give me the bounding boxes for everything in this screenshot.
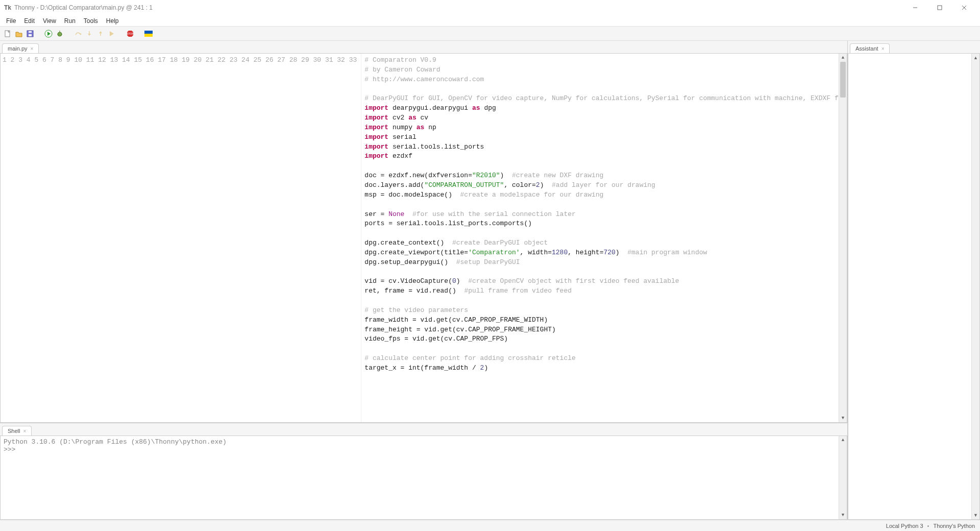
shell-body[interactable]: Python 3.10.6 (D:\Program Files (x86)\Th… — [0, 436, 847, 520]
status-interpreter[interactable]: Local Python 3 — [886, 523, 923, 529]
assistant-tab[interactable]: Assistant × — [850, 43, 890, 53]
code-area[interactable]: # Comparatron V0.9 # by Cameron Coward #… — [361, 54, 839, 422]
shell-tab[interactable]: Shell × — [2, 426, 32, 436]
menu-view[interactable]: View — [39, 16, 60, 26]
scroll-up-icon[interactable]: ▲ — [972, 54, 979, 62]
resume-icon[interactable] — [107, 29, 116, 38]
window-title: Thonny - D:\Optical Comparator\main.py @… — [14, 4, 903, 11]
assistant-scrollbar[interactable]: ▲ ▼ — [971, 54, 979, 519]
assistant-tab-label: Assistant — [855, 45, 878, 52]
close-icon[interactable]: × — [23, 428, 26, 434]
svg-text:STOP: STOP — [127, 32, 134, 35]
status-runtime[interactable]: Thonny's Python — [933, 523, 975, 529]
ukraine-flag-icon[interactable] — [144, 29, 153, 38]
shell-panel: Shell × Python 3.10.6 (D:\Program Files … — [0, 423, 847, 520]
svg-rect-8 — [29, 31, 32, 33]
close-icon[interactable]: × — [881, 46, 885, 52]
step-out-icon[interactable] — [96, 29, 105, 38]
assistant-body: ▲ ▼ — [848, 53, 980, 520]
minimize-button[interactable] — [903, 0, 927, 15]
scroll-up-icon[interactable]: ▲ — [839, 436, 847, 444]
assistant-panel: Assistant × ▲ ▼ — [847, 41, 980, 520]
statusbar: Local Python 3 • Thonny's Python — [0, 520, 980, 531]
scroll-down-icon[interactable]: ▼ — [839, 511, 847, 519]
menu-help[interactable]: Help — [102, 16, 123, 26]
save-icon[interactable] — [26, 29, 35, 38]
editor-tab-main[interactable]: main.py × — [2, 43, 39, 53]
line-number-gutter: 1 2 3 4 5 6 7 8 9 10 11 12 13 14 15 16 1… — [1, 54, 361, 422]
menu-tools[interactable]: Tools — [80, 16, 102, 26]
svg-rect-21 — [144, 31, 153, 34]
titlebar: Tk Thonny - D:\Optical Comparator\main.p… — [0, 0, 980, 15]
shell-tab-bar: Shell × — [0, 423, 847, 436]
scroll-thumb[interactable] — [840, 62, 846, 98]
close-button[interactable] — [952, 0, 976, 15]
svg-point-11 — [58, 32, 62, 36]
left-column: main.py × 1 2 3 4 5 6 7 8 9 10 11 12 13 … — [0, 41, 847, 520]
scroll-down-icon[interactable]: ▼ — [972, 511, 979, 519]
shell-banner: Python 3.10.6 (D:\Program Files (x86)\Th… — [4, 438, 844, 446]
editor-scrollbar[interactable]: ▲ ▼ — [839, 54, 847, 422]
editor-tab-bar: main.py × — [0, 41, 847, 53]
shell-scrollbar[interactable]: ▲ ▼ — [839, 436, 847, 519]
maximize-button[interactable] — [928, 0, 951, 15]
new-file-icon[interactable] — [3, 29, 12, 38]
close-icon[interactable]: × — [31, 46, 34, 52]
scroll-down-icon[interactable]: ▼ — [839, 414, 847, 422]
status-separator: • — [927, 523, 929, 529]
svg-rect-22 — [144, 34, 153, 37]
main-area: main.py × 1 2 3 4 5 6 7 8 9 10 11 12 13 … — [0, 41, 980, 520]
open-file-icon[interactable] — [14, 29, 23, 38]
scroll-up-icon[interactable]: ▲ — [839, 54, 847, 62]
menu-file[interactable]: File — [2, 16, 20, 26]
shell-tab-label: Shell — [8, 428, 20, 434]
editor-panel: main.py × 1 2 3 4 5 6 7 8 9 10 11 12 13 … — [0, 41, 847, 423]
stop-icon[interactable]: STOP — [126, 29, 135, 38]
shell-prompt: >>> — [4, 446, 15, 453]
toolbar: STOP — [0, 27, 980, 41]
editor-body[interactable]: 1 2 3 4 5 6 7 8 9 10 11 12 13 14 15 16 1… — [0, 53, 847, 423]
menu-edit[interactable]: Edit — [20, 16, 39, 26]
svg-marker-17 — [99, 31, 102, 33]
svg-rect-7 — [29, 34, 32, 36]
menubar: File Edit View Run Tools Help — [0, 15, 980, 27]
svg-marker-18 — [110, 31, 114, 36]
svg-marker-16 — [88, 34, 91, 36]
step-over-icon[interactable] — [74, 29, 83, 38]
svg-rect-1 — [938, 6, 942, 10]
debug-icon[interactable] — [55, 29, 64, 38]
editor-tab-label: main.py — [8, 45, 28, 52]
window-controls — [903, 0, 976, 15]
app-icon: Tk — [4, 4, 11, 11]
menu-run[interactable]: Run — [60, 16, 80, 26]
run-icon[interactable] — [44, 29, 53, 38]
step-into-icon[interactable] — [85, 29, 94, 38]
assistant-tab-bar: Assistant × — [848, 41, 980, 53]
